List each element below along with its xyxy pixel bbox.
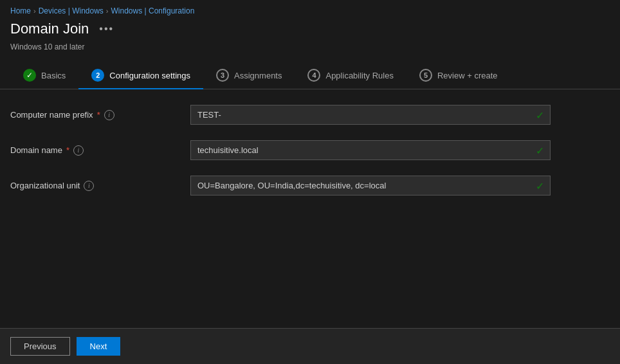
- breadcrumb: Home › Devices | Windows › Windows | Con…: [0, 0, 620, 18]
- tab-configuration[interactable]: 2 Configuration settings: [78, 62, 203, 89]
- page-menu-button[interactable]: •••: [95, 22, 118, 36]
- page-header: Domain Join •••: [0, 18, 620, 42]
- tab-configuration-num: 2: [91, 69, 104, 82]
- tab-configuration-label: Configuration settings: [109, 71, 190, 80]
- breadcrumb-devices-windows[interactable]: Devices | Windows: [39, 6, 104, 15]
- tab-review[interactable]: 5 Review + create: [406, 62, 511, 89]
- breadcrumb-windows-configuration[interactable]: Windows | Configuration: [111, 6, 195, 15]
- computer-name-prefix-info-icon[interactable]: i: [104, 110, 114, 120]
- tab-applicability[interactable]: 4 Applicability Rules: [295, 62, 406, 89]
- tab-assignments[interactable]: 3 Assignments: [203, 62, 295, 89]
- breadcrumb-home[interactable]: Home: [10, 6, 31, 15]
- organizational-unit-input-wrapper: ✓: [190, 176, 551, 196]
- organizational-unit-input[interactable]: [190, 176, 551, 196]
- domain-name-required: *: [66, 145, 69, 155]
- tab-assignments-label: Assignments: [234, 71, 282, 80]
- previous-button[interactable]: Previous: [10, 337, 70, 356]
- organizational-unit-field: Organizational unit i ✓: [10, 176, 610, 196]
- breadcrumb-sep-1: ›: [33, 7, 36, 15]
- computer-name-prefix-check-icon: ✓: [536, 109, 544, 121]
- domain-name-input[interactable]: [190, 140, 551, 160]
- domain-name-info-icon[interactable]: i: [73, 145, 84, 156]
- tab-assignments-num: 3: [216, 69, 229, 82]
- domain-name-label: Domain name: [10, 145, 62, 155]
- computer-name-prefix-label-group: Computer name prefix * i: [10, 110, 190, 120]
- computer-name-prefix-input[interactable]: [190, 105, 551, 125]
- domain-name-label-group: Domain name * i: [10, 145, 190, 156]
- next-button[interactable]: Next: [77, 337, 121, 356]
- page-subtitle: Windows 10 and later: [0, 42, 620, 62]
- organizational-unit-check-icon: ✓: [536, 179, 544, 192]
- main-content: Computer name prefix * i ✓ Domain name *…: [0, 89, 620, 226]
- computer-name-prefix-field: Computer name prefix * i ✓: [10, 105, 610, 125]
- tab-review-label: Review + create: [437, 71, 498, 80]
- domain-name-input-wrapper: ✓: [190, 140, 551, 160]
- domain-name-field: Domain name * i ✓: [10, 140, 610, 160]
- organizational-unit-label: Organizational unit: [10, 181, 80, 190]
- organizational-unit-info-icon[interactable]: i: [84, 181, 94, 191]
- tab-applicability-label: Applicability Rules: [325, 71, 394, 80]
- tab-basics-label: Basics: [41, 71, 66, 80]
- bottom-bar: Previous Next: [0, 328, 620, 364]
- computer-name-prefix-required: *: [97, 110, 100, 120]
- tabs-nav: ✓ Basics 2 Configuration settings 3 Assi…: [0, 62, 620, 89]
- tab-applicability-num: 4: [307, 69, 320, 82]
- organizational-unit-label-group: Organizational unit i: [10, 181, 190, 191]
- computer-name-prefix-label: Computer name prefix: [10, 110, 93, 120]
- computer-name-prefix-input-wrapper: ✓: [190, 105, 551, 125]
- tab-basics[interactable]: ✓ Basics: [10, 62, 78, 89]
- tab-review-num: 5: [419, 69, 432, 82]
- breadcrumb-sep-2: ›: [106, 7, 109, 15]
- tab-basics-check-icon: ✓: [23, 69, 36, 82]
- domain-name-check-icon: ✓: [536, 144, 544, 156]
- page-title: Domain Join: [10, 21, 89, 37]
